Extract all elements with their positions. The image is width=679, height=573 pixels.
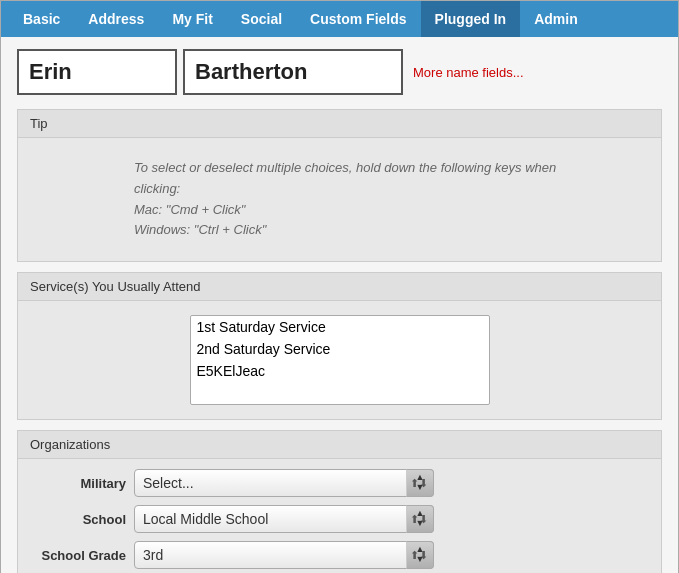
services-listbox[interactable]: 1st Saturday Service2nd Saturday Service… xyxy=(190,315,490,405)
nav-pluggedin[interactable]: Plugged In xyxy=(421,1,521,37)
content-area: More name fields... Tip To select or des… xyxy=(1,37,678,573)
tip-text: To select or deselect multiple choices, … xyxy=(34,150,645,249)
nav-admin[interactable]: Admin xyxy=(520,1,592,37)
organizations-section-header: Organizations xyxy=(18,431,661,459)
school-select-wrapper: Select... Local Middle School Local High… xyxy=(134,505,434,533)
organizations-section: Organizations Military Select... Active … xyxy=(17,430,662,573)
tip-section: Tip To select or deselect multiple choic… xyxy=(17,109,662,262)
name-row: More name fields... xyxy=(17,49,662,95)
military-label: Military xyxy=(34,476,134,491)
services-section-body: 1st Saturday Service2nd Saturday Service… xyxy=(18,301,661,419)
school-select-arrows[interactable]: ▲▼ xyxy=(406,505,434,533)
tip-line1: To select or deselect multiple choices, … xyxy=(134,160,556,196)
school-select[interactable]: Select... Local Middle School Local High… xyxy=(134,505,434,533)
nav-basic[interactable]: Basic xyxy=(9,1,74,37)
nav-social[interactable]: Social xyxy=(227,1,296,37)
first-name-input[interactable] xyxy=(17,49,177,95)
nav-myfit[interactable]: My Fit xyxy=(158,1,226,37)
nav-address[interactable]: Address xyxy=(74,1,158,37)
tip-line2: Mac: "Cmd + Click" xyxy=(134,202,245,217)
military-select[interactable]: Select... Active Duty Reserve Veteran No… xyxy=(134,469,434,497)
school-grade-select-wrapper: Select... 1st 2nd 3rd 4th 5th 6th 7th 8t… xyxy=(134,541,434,569)
more-name-fields-link[interactable]: More name fields... xyxy=(413,65,524,80)
services-section: Service(s) You Usually Attend 1st Saturd… xyxy=(17,272,662,420)
school-field-row: School Select... Local Middle School Loc… xyxy=(34,505,645,533)
main-window: Basic Address My Fit Social Custom Field… xyxy=(0,0,679,573)
military-select-wrapper: Select... Active Duty Reserve Veteran No… xyxy=(134,469,434,497)
nav-customfields[interactable]: Custom Fields xyxy=(296,1,420,37)
school-grade-select[interactable]: Select... 1st 2nd 3rd 4th 5th 6th 7th 8t… xyxy=(134,541,434,569)
last-name-input[interactable] xyxy=(183,49,403,95)
school-grade-field-row: School Grade Select... 1st 2nd 3rd 4th 5… xyxy=(34,541,645,569)
organizations-section-body: Military Select... Active Duty Reserve V… xyxy=(18,459,661,573)
military-select-arrows[interactable]: ▲▼ xyxy=(406,469,434,497)
tip-section-body: To select or deselect multiple choices, … xyxy=(18,138,661,261)
tip-line3: Windows: "Ctrl + Click" xyxy=(134,222,266,237)
tip-section-header: Tip xyxy=(18,110,661,138)
nav-bar: Basic Address My Fit Social Custom Field… xyxy=(1,1,678,37)
military-field-row: Military Select... Active Duty Reserve V… xyxy=(34,469,645,497)
school-grade-select-arrows[interactable]: ▲▼ xyxy=(406,541,434,569)
services-section-header: Service(s) You Usually Attend xyxy=(18,273,661,301)
school-grade-label: School Grade xyxy=(34,548,134,563)
school-label: School xyxy=(34,512,134,527)
